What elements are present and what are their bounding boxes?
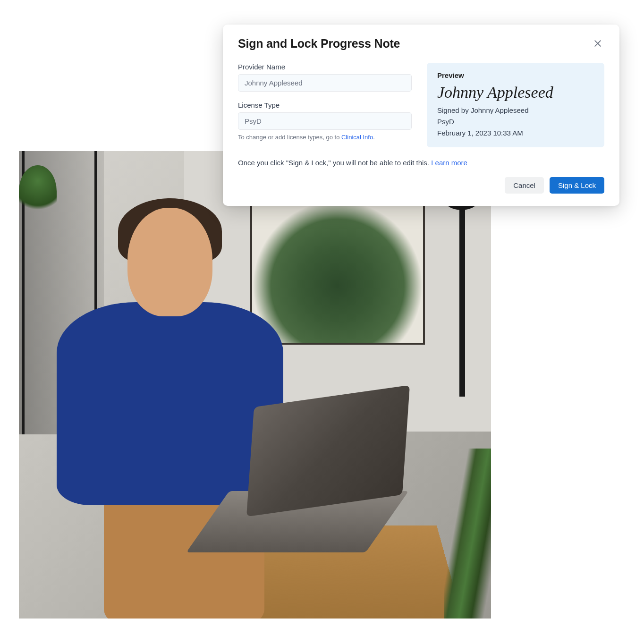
dialog-body: Provider Name License Type To change or …	[238, 63, 604, 147]
provider-name-group: Provider Name	[238, 63, 412, 92]
license-type-input[interactable]	[238, 112, 412, 130]
provider-name-label: Provider Name	[238, 63, 412, 71]
bg-laptop-screen	[246, 385, 410, 517]
license-type-label: License Type	[238, 101, 412, 109]
form-column: Provider Name License Type To change or …	[238, 63, 412, 147]
preview-timestamp: February 1, 2023 10:33 AM	[437, 127, 594, 139]
dialog-footer: Cancel Sign & Lock	[238, 177, 604, 194]
preview-signed-by: Signed by Johnny Appleseed	[437, 105, 594, 116]
dialog-title: Sign and Lock Progress Note	[238, 37, 400, 51]
preview-label: Preview	[437, 71, 594, 79]
provider-name-input[interactable]	[238, 74, 412, 92]
clinical-info-link[interactable]: Clinical Info	[341, 134, 373, 141]
close-icon	[593, 39, 602, 50]
signature-script: Johnny Appleseed	[437, 82, 594, 103]
preview-license: PsyD	[437, 116, 594, 127]
warning-message: Once you click "Sign & Lock," you will n…	[238, 159, 431, 167]
bg-lamp-pole	[459, 189, 465, 397]
dialog-header: Sign and Lock Progress Note	[238, 37, 604, 51]
cancel-button[interactable]: Cancel	[505, 177, 544, 194]
learn-more-link[interactable]: Learn more	[431, 159, 467, 167]
preview-panel: Preview Johnny Appleseed Signed by Johnn…	[427, 63, 604, 147]
warning-text: Once you click "Sign & Lock," you will n…	[238, 159, 604, 167]
background-photo	[19, 151, 491, 619]
close-button[interactable]	[591, 37, 604, 51]
bg-plant-right	[444, 449, 491, 619]
bg-head	[127, 208, 212, 316]
sign-lock-dialog: Sign and Lock Progress Note Provider Nam…	[223, 25, 619, 206]
license-type-group: License Type To change or add license ty…	[238, 101, 412, 142]
license-helper-prefix: To change or add license types, go to	[238, 134, 341, 141]
bg-laptop	[208, 397, 411, 557]
sign-lock-button[interactable]: Sign & Lock	[550, 177, 604, 194]
license-helper-suffix: .	[373, 134, 375, 141]
license-helper-text: To change or add license types, go to Cl…	[238, 133, 412, 142]
